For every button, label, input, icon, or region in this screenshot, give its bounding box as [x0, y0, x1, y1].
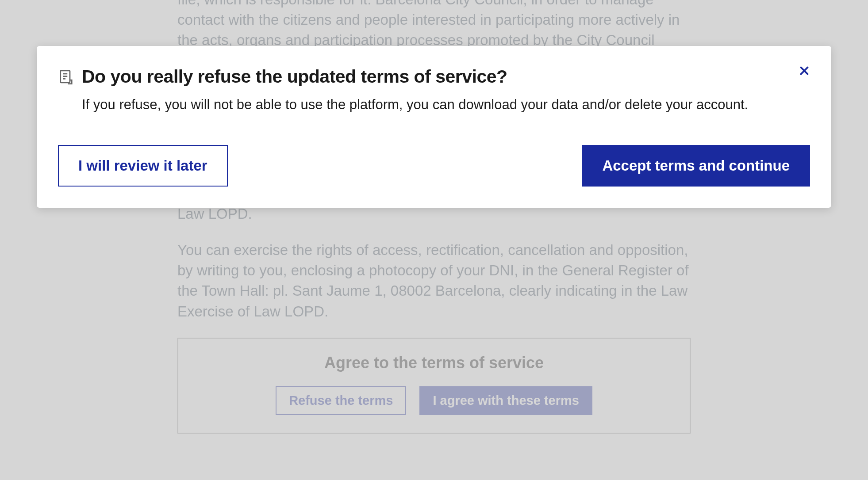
refuse-confirmation-modal: Do you really refuse the updated terms o… — [37, 46, 831, 208]
close-icon — [799, 65, 810, 76]
review-later-button[interactable]: I will review it later — [58, 145, 228, 187]
accept-terms-button[interactable]: Accept terms and continue — [582, 145, 810, 187]
close-button[interactable] — [798, 65, 811, 78]
modal-header: Do you really refuse the updated terms o… — [58, 66, 810, 87]
document-icon — [58, 69, 73, 84]
modal-footer: I will review it later Accept terms and … — [58, 145, 810, 187]
modal-title: Do you really refuse the updated terms o… — [82, 66, 507, 87]
modal-overlay[interactable]: Do you really refuse the updated terms o… — [0, 0, 868, 480]
modal-body-text: If you refuse, you will not be able to u… — [82, 95, 810, 114]
